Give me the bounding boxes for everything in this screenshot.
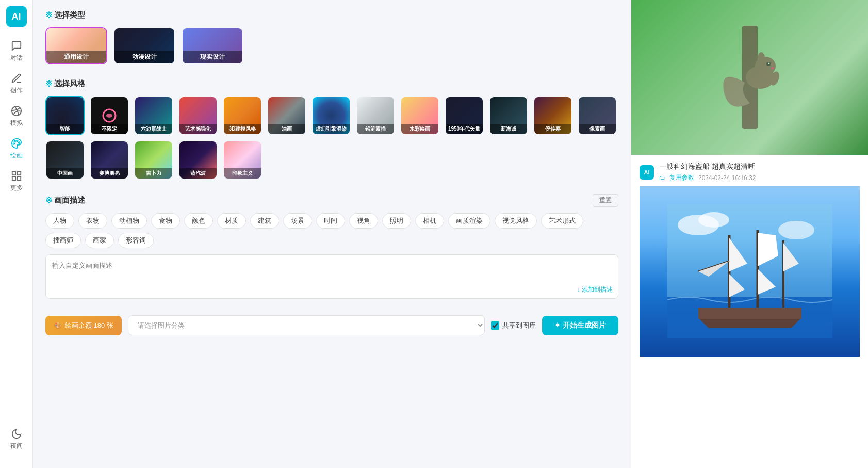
credits-icon: 🎨 <box>54 321 62 329</box>
sidebar-item-more[interactable]: 更多 <box>0 165 32 198</box>
desc-section: ※ 画面描述 重置 人物 衣物 动植物 食物 颜色 材质 建筑 场景 时间 视角… <box>45 194 618 299</box>
result-meta-1: AI 一艘科幻海盗船 超真实超清晰 🗂 复用参数 2024-02-24 16:1… <box>640 162 860 182</box>
svg-rect-7 <box>12 177 15 180</box>
sidebar-item-paint-label: 绘画 <box>10 151 23 160</box>
sidebar-item-more-label: 更多 <box>10 184 23 192</box>
credits-button[interactable]: 🎨 绘画余额 180 张 <box>45 316 122 335</box>
type-card-realistic[interactable]: 现实设计 <box>182 27 243 64</box>
style-item-niudai[interactable]: 倪传嘉 <box>533 96 572 135</box>
tag-building[interactable]: 建筑 <box>250 213 279 229</box>
desc-textarea-wrapper: ↓ 添加到描述 <box>45 254 618 299</box>
sidebar: AI 对话 创作 模拟 绘画 更多 夜间 <box>0 0 33 468</box>
style-item-scifi[interactable]: 虚幻引擎渲染 <box>312 96 351 135</box>
generate-button[interactable]: ✦ 开始生成图片 <box>542 316 618 335</box>
style-item-artsense[interactable]: 艺术感强化 <box>178 96 218 135</box>
main-content: ※ 选择类型 通用设计 动漫设计 现实设计 ※ 选择风格 智能 不限定 <box>33 0 631 468</box>
desc-header: ※ 画面描述 重置 <box>45 194 618 207</box>
type-card-general[interactable]: 通用设计 <box>45 27 107 64</box>
style-item-unlimited[interactable]: 不限定 <box>90 96 129 135</box>
tag-adjective[interactable]: 形容词 <box>118 233 154 248</box>
tag-animals[interactable]: 动植物 <box>111 213 147 229</box>
app-logo: AI <box>6 6 27 27</box>
sidebar-item-chat-label: 对话 <box>10 54 23 62</box>
svg-point-20 <box>698 212 729 228</box>
tag-camera[interactable]: 相机 <box>415 213 444 229</box>
tag-food[interactable]: 食物 <box>151 213 180 229</box>
category-select[interactable]: 请选择图片分类 <box>128 315 485 335</box>
style-item-impressionism[interactable]: 印象主义 <box>223 140 262 180</box>
sidebar-item-create-label: 创作 <box>10 86 23 95</box>
style-item-hexwar[interactable]: 六边形战士 <box>134 96 173 135</box>
sidebar-item-paint[interactable]: 绘画 <box>0 133 32 165</box>
result-time-1: 2024-02-24 16:16:32 <box>698 174 756 182</box>
sidebar-item-night[interactable]: 夜间 <box>0 423 32 456</box>
svg-point-13 <box>758 52 765 63</box>
tag-material[interactable]: 材质 <box>217 213 246 229</box>
svg-point-2 <box>18 142 20 143</box>
svg-point-16 <box>771 67 774 69</box>
style-item-chinese[interactable]: 中国画 <box>45 140 85 180</box>
tag-clothing[interactable]: 衣物 <box>78 213 107 229</box>
type-section-title: ※ 选择类型 <box>45 10 618 20</box>
desc-title: ※ 画面描述 <box>45 196 85 205</box>
svg-point-1 <box>17 140 18 142</box>
style-item-pixel[interactable]: 像素画 <box>578 96 617 135</box>
result-item-1: AI 一艘科幻海盗船 超真实超清晰 🗂 复用参数 2024-02-24 16:1… <box>631 155 868 364</box>
type-card-anime[interactable]: 动漫设计 <box>113 27 175 64</box>
tag-character[interactable]: 人物 <box>45 213 74 229</box>
add-to-desc-button[interactable]: ↓ 添加到描述 <box>577 285 613 294</box>
style-grid-container: 智能 不限定 六边形战士 艺术感强化 3D建模风格 油画 虚幻引擎渲染 <box>45 96 618 180</box>
svg-rect-23 <box>698 308 801 319</box>
sidebar-item-create[interactable]: 创作 <box>0 68 32 100</box>
svg-rect-5 <box>12 172 15 175</box>
result-title-1: 一艘科幻海盗船 超真实超清晰 <box>659 162 756 171</box>
ship-image <box>640 186 860 357</box>
desc-textarea[interactable] <box>46 255 618 296</box>
style-item-1950[interactable]: 1950年代矢量 <box>445 96 484 135</box>
reuse-icon: 🗂 <box>659 174 665 182</box>
share-label: 共享到图库 <box>502 321 536 330</box>
credits-label: 绘画余额 180 张 <box>65 321 113 330</box>
tag-painter[interactable]: 画家 <box>85 233 114 248</box>
sidebar-item-simulate[interactable]: 模拟 <box>0 100 32 133</box>
svg-rect-6 <box>17 172 20 175</box>
tag-artform[interactable]: 艺术形式 <box>541 213 583 229</box>
svg-point-21 <box>778 221 814 239</box>
tag-lighting[interactable]: 照明 <box>382 213 411 229</box>
style-section-title: ※ 选择风格 <box>45 79 618 89</box>
result-sub-1: 🗂 复用参数 2024-02-24 16:16:32 <box>659 173 756 182</box>
style-item-watercolor[interactable]: 水彩绘画 <box>400 96 439 135</box>
tag-render[interactable]: 画质渲染 <box>448 213 490 229</box>
reset-button[interactable]: 重置 <box>593 194 618 207</box>
reuse-button[interactable]: 复用参数 <box>669 173 694 182</box>
style-item-ghibli[interactable]: 吉卜力 <box>134 140 173 180</box>
style-item-3dmodel[interactable]: 3D建模风格 <box>223 96 262 135</box>
bottom-bar: 🎨 绘画余额 180 张 请选择图片分类 共享到图库 ✦ 开始生成图片 <box>45 309 618 335</box>
tag-scene[interactable]: 场景 <box>283 213 312 229</box>
type-cards-container: 通用设计 动漫设计 现实设计 <box>45 27 618 64</box>
sidebar-item-simulate-label: 模拟 <box>10 119 23 127</box>
share-checkbox-input[interactable] <box>491 321 499 330</box>
svg-rect-8 <box>17 177 20 180</box>
tag-illustrator[interactable]: 插画师 <box>45 233 81 248</box>
style-item-newhai[interactable]: 新海诚 <box>489 96 528 135</box>
style-item-intelligent[interactable]: 智能 <box>45 96 85 135</box>
tag-color[interactable]: 颜色 <box>184 213 213 229</box>
sidebar-item-chat[interactable]: 对话 <box>0 35 32 68</box>
sidebar-item-night-label: 夜间 <box>10 442 23 450</box>
share-checkbox-label[interactable]: 共享到图库 <box>491 321 536 330</box>
ai-avatar-1: AI <box>640 165 654 180</box>
right-panel: AI 一艘科幻海盗船 超真实超清晰 🗂 复用参数 2024-02-24 16:1… <box>631 0 868 468</box>
svg-point-4 <box>13 143 14 144</box>
svg-point-15 <box>768 63 769 64</box>
tags-container: 人物 衣物 动植物 食物 颜色 材质 建筑 场景 时间 视角 照明 相机 画质渲… <box>45 213 618 248</box>
squirrel-image <box>631 0 868 155</box>
tag-time[interactable]: 时间 <box>316 213 345 229</box>
style-item-pencil[interactable]: 铅笔素描 <box>356 96 395 135</box>
tag-angle[interactable]: 视角 <box>349 213 378 229</box>
tag-visual[interactable]: 视觉风格 <box>495 213 537 229</box>
style-item-oilpaint[interactable]: 油画 <box>267 96 306 135</box>
style-item-steam[interactable]: 蒸汽波 <box>178 140 218 180</box>
style-item-cyberpunk[interactable]: 赛博朋亮 <box>90 140 129 180</box>
svg-point-3 <box>14 141 15 142</box>
